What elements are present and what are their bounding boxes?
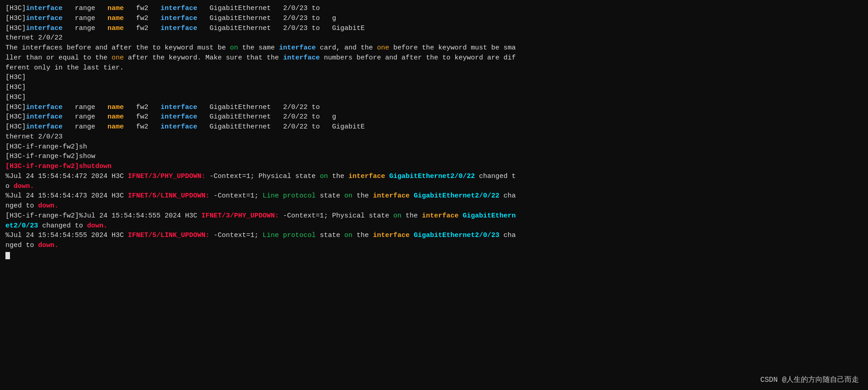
watermark: CSDN @人生的方向随自己而走 [760, 375, 859, 385]
terminal-line: [H3C] [5, 83, 864, 93]
terminal-line: [H3C]interface range name fw2 interface … [5, 4, 864, 14]
terminal-line: %Jul 24 15:54:54:472 2024 H3C IFNET/3/PH… [5, 172, 864, 182]
terminal-line: [H3C-if-range-fw2]show [5, 152, 864, 162]
terminal-line: ferent only in the last tier. [5, 63, 864, 73]
terminal-line: o down. [5, 182, 864, 192]
terminal-line: [H3C] [5, 93, 864, 103]
terminal-line: The interfaces before and after the to k… [5, 43, 864, 53]
cursor [5, 252, 10, 259]
terminal-line: [H3C-if-range-fw2]sh [5, 142, 864, 152]
terminal-line: thernet 2/0/22 [5, 33, 864, 43]
terminal-line: nged to down. [5, 201, 864, 211]
terminal-line: [H3C]interface range name fw2 interface … [5, 122, 864, 132]
terminal-line: thernet 2/0/23 [5, 132, 864, 142]
terminal-line: [H3C-if-range-fw2]shutdown [5, 162, 864, 172]
terminal-cursor-line [5, 251, 864, 261]
terminal-line: ller than or equal to the one after the … [5, 53, 864, 63]
terminal-line: %Jul 24 15:54:54:555 2024 H3C IFNET/5/LI… [5, 231, 864, 241]
terminal-line: [H3C] [5, 73, 864, 83]
terminal-line: [H3C]interface range name fw2 interface … [5, 24, 864, 34]
terminal-line: [H3C]interface range name fw2 interface … [5, 103, 864, 113]
terminal-line: nged to down. [5, 241, 864, 251]
terminal-line: et2/0/23 changed to down. [5, 221, 864, 231]
terminal-line: %Jul 24 15:54:54:473 2024 H3C IFNET/5/LI… [5, 191, 864, 201]
terminal-line: [H3C-if-range-fw2]%Jul 24 15:54:54:555 2… [5, 211, 864, 221]
terminal-window: [H3C]interface range name fw2 interface … [2, 2, 868, 390]
terminal-line: [H3C]interface range name fw2 interface … [5, 14, 864, 24]
terminal-line: [H3C]interface range name fw2 interface … [5, 112, 864, 122]
